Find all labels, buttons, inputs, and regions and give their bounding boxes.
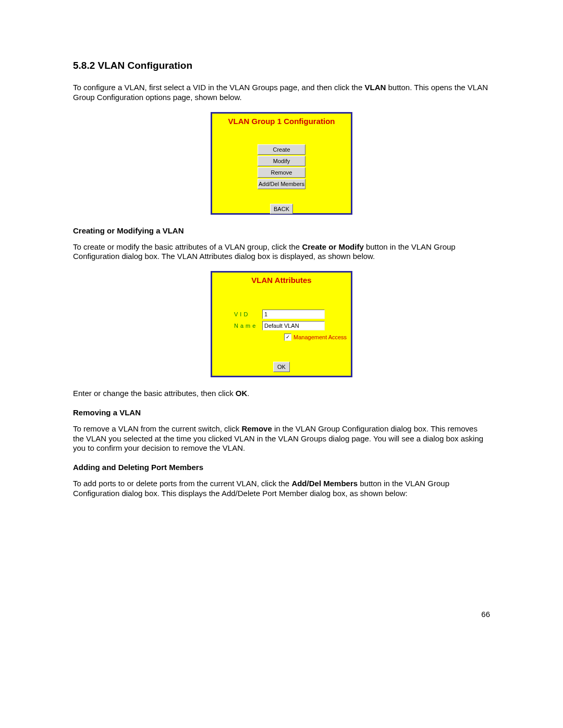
dialog1-wrap: VLAN Group 1 Configuration Create Modify… [73, 112, 490, 215]
ok-button[interactable]: OK [273, 362, 290, 372]
after-d2-pre: Enter or change the basic attributes, th… [73, 389, 236, 398]
after-d2-paragraph: Enter or change the basic attributes, th… [73, 389, 490, 399]
vid-label: VID [234, 311, 262, 317]
page-number: 66 [481, 610, 490, 619]
mgmt-access-label: Management Access [293, 334, 347, 340]
intro-text-bold: VLAN [364, 83, 386, 92]
dialog2-title: VLAN Attributes [212, 273, 351, 285]
name-label: Name [234, 323, 262, 329]
sub3-pre: To add ports to or delete ports from the… [73, 479, 291, 488]
sub2-pre: To remove a VLAN from the current switch… [73, 424, 241, 433]
after-d2-post: . [247, 389, 249, 398]
sub1-paragraph: To create or modify the basic attributes… [73, 242, 490, 262]
dialog2-wrap: VLAN Attributes VID 1 Name Default VLAN … [73, 271, 490, 377]
sub1-heading: Creating or Modifying a VLAN [73, 226, 490, 235]
dialog2-ok-row: OK [212, 362, 351, 372]
dialog2-form: VID 1 Name Default VLAN ✓ Management Acc… [212, 309, 351, 341]
sub2-heading: Removing a VLAN [73, 408, 490, 417]
vlan-group-config-dialog: VLAN Group 1 Configuration Create Modify… [211, 112, 352, 215]
name-row: Name Default VLAN [234, 320, 351, 331]
back-button[interactable]: BACK [270, 204, 293, 214]
sub2-bold: Remove [241, 424, 272, 433]
vid-input[interactable]: 1 [262, 310, 325, 319]
intro-text-pre: To configure a VLAN, first select a VID … [73, 83, 364, 92]
after-d2-bold: OK [236, 389, 248, 398]
intro-paragraph: To configure a VLAN, first select a VID … [73, 83, 490, 103]
vid-row: VID 1 [234, 309, 351, 320]
sub1-bold: Create or Modify [302, 242, 363, 251]
add-del-members-button[interactable]: Add/Del Members [258, 179, 305, 189]
name-input[interactable]: Default VLAN [262, 321, 325, 330]
vlan-attributes-dialog: VLAN Attributes VID 1 Name Default VLAN … [211, 271, 352, 377]
sub2-paragraph: To remove a VLAN from the current switch… [73, 424, 490, 453]
section-title: 5.8.2 VLAN Configuration [73, 60, 490, 71]
sub3-paragraph: To add ports to or delete ports from the… [73, 479, 490, 499]
remove-button[interactable]: Remove [258, 167, 305, 178]
mgmt-access-row: ✓ Management Access [284, 334, 351, 341]
document-page: 5.8.2 VLAN Configuration To configure a … [0, 0, 563, 728]
create-button[interactable]: Create [258, 144, 305, 155]
modify-button[interactable]: Modify [258, 156, 305, 166]
sub1-pre: To create or modify the basic attributes… [73, 242, 302, 251]
dialog1-title: VLAN Group 1 Configuration [212, 114, 351, 126]
dialog1-back-row: BACK [212, 204, 351, 214]
sub3-bold: Add/Del Members [291, 479, 358, 488]
dialog1-button-stack: Create Modify Remove Add/Del Members [212, 144, 351, 189]
sub3-heading: Adding and Deleting Port Members [73, 463, 490, 472]
mgmt-access-checkbox[interactable]: ✓ [284, 334, 291, 341]
